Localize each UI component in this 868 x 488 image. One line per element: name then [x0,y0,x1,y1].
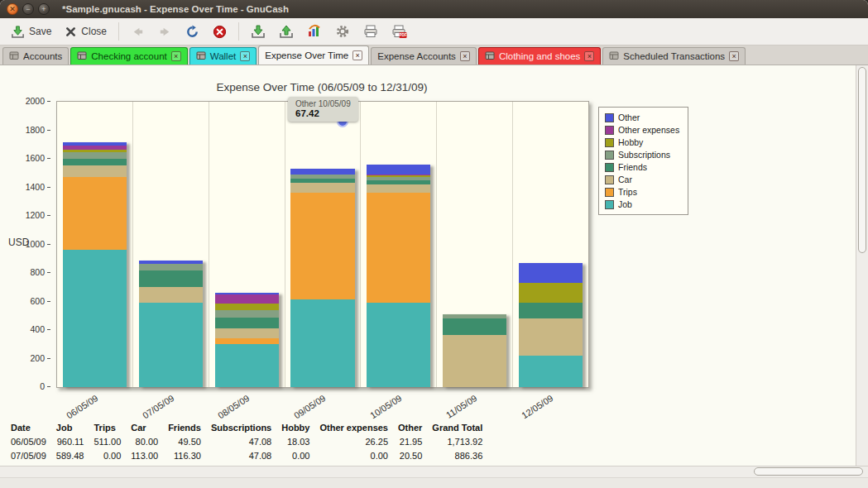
tab-label: Checking account [91,51,166,61]
bar-segment-job[interactable] [139,303,203,387]
bar-segment-trips[interactable] [215,338,279,345]
bar-segment-car[interactable] [519,318,583,356]
vertical-scrollbar-thumb[interactable] [858,67,866,253]
cell-value: 18.03 [279,435,317,449]
tab-accounts[interactable]: Accounts [2,47,69,65]
close-button-label: Close [81,26,107,37]
legend-label: Job [618,199,632,209]
legend-label: Subscriptions [618,150,670,160]
bar-segment-hobby[interactable] [215,304,279,311]
export-pdf-button[interactable]: PDF [386,22,413,41]
svg-text:PDF: PDF [399,33,406,37]
cell-value: 0.00 [317,449,396,463]
cell-value: 511.00 [91,435,128,449]
cell-date: 07/05/09 [8,449,54,463]
tab-close-icon[interactable]: × [240,51,250,61]
report-view: Expense Over Time (06/05/09 to 12/31/09)… [0,65,868,466]
stacked-bar-07/05/09[interactable] [139,261,203,387]
horizontal-scrollbar-thumb[interactable] [754,467,863,476]
y-tick-label: 400 [0,324,51,334]
scheduled-icon [609,50,619,62]
bar-segment-friends[interactable] [63,159,127,166]
reload-button[interactable] [180,22,205,41]
back-button[interactable] [125,22,151,41]
tab-expense-accounts[interactable]: Expense Accounts × [371,47,477,65]
table-header: Grand Total [429,421,490,435]
stacked-bar-09/05/09[interactable] [290,169,354,387]
stacked-bar-08/05/09[interactable] [215,293,279,387]
tab-close-icon[interactable]: × [352,50,362,60]
vertical-scrollbar[interactable] [856,65,868,466]
bar-segment-job[interactable] [290,299,354,387]
bar-segment-trips[interactable] [63,177,127,250]
legend-swatch [605,163,614,172]
bar-segment-car[interactable] [139,287,203,303]
bar-segment-job[interactable] [519,356,583,387]
stop-button[interactable] [207,22,233,41]
report-options-button[interactable] [301,22,328,41]
bar-segment-subscriptions[interactable] [63,152,127,159]
bar-segment-car[interactable] [290,183,354,192]
bar-slot [512,102,588,387]
tab-wallet[interactable]: Wallet × [189,47,257,65]
bar-segment-subscriptions[interactable] [215,310,279,317]
tab-close-icon[interactable]: × [584,51,594,61]
legend-item: Job [605,199,679,209]
stacked-bar-12/05/09[interactable] [519,263,583,387]
bar-segment-trips[interactable] [290,193,354,299]
options-button[interactable] [329,22,356,41]
window-maximize-button[interactable]: + [38,3,50,15]
bar-segment-other-expenses[interactable] [215,294,279,303]
bar-segment-friends[interactable] [215,318,279,329]
tab-close-icon[interactable]: × [729,51,739,61]
bar-segment-car[interactable] [367,184,430,193]
forward-button[interactable] [152,22,178,41]
gnucash-window: ✕ − + *Sample.gnucash - Expense Over Tim… [0,0,868,488]
legend-item: Car [605,175,679,184]
bar-segment-car[interactable] [215,328,279,337]
bar-segment-car[interactable] [443,335,506,387]
bar-segment-hobby[interactable] [519,283,583,303]
stacked-bar-10/05/09[interactable] [367,165,430,387]
tab-close-icon[interactable]: × [171,51,181,61]
tab-clothing-and-shoes[interactable]: Clothing and shoes × [478,47,601,65]
legend-label: Hobby [618,137,643,147]
bar-segment-job[interactable] [63,250,127,387]
bar-segment-subscriptions[interactable] [139,264,203,270]
print-button[interactable] [357,22,384,41]
bar-segment-job[interactable] [367,303,430,387]
cell-value: 1,713.92 [429,435,490,449]
x-tick-label: 09/05/09 [292,393,327,420]
bar-segment-other[interactable] [290,169,354,175]
bar-segment-other[interactable] [367,165,430,175]
bar-segment-other[interactable] [519,263,583,283]
window-minimize-button[interactable]: − [22,3,34,15]
window-close-button[interactable]: ✕ [7,3,18,15]
bar-segment-car[interactable] [63,165,127,177]
horizontal-scrollbar[interactable] [0,466,868,477]
x-tick-label: 10/05/09 [368,393,403,420]
cell-value: 26.25 [317,435,396,449]
bar-segment-friends[interactable] [443,318,506,335]
tab-expense-over-time[interactable]: Expense Over Time × [258,45,369,65]
cell-value: 0.00 [91,449,128,463]
status-bar [0,477,868,488]
export-button[interactable] [245,22,271,41]
legend-swatch [605,126,614,135]
bar-segment-friends[interactable] [519,303,583,318]
legend-label: Other expenses [618,125,679,135]
tab-scheduled-transactions[interactable]: Scheduled Transactions × [602,47,746,65]
save-report-button[interactable] [273,22,300,41]
tab-close-icon[interactable]: × [460,51,470,61]
stacked-bar-11/05/09[interactable] [443,314,506,387]
stacked-bar-06/05/09[interactable] [63,142,127,387]
tab-checking-account[interactable]: Checking account × [70,47,187,65]
bar-segment-trips[interactable] [367,193,430,303]
account-register-icon [485,50,495,62]
table-header: Other [396,421,429,435]
bar-segment-job[interactable] [215,344,279,387]
titlebar: ✕ − + *Sample.gnucash - Expense Over Tim… [0,0,868,18]
bar-segment-friends[interactable] [139,270,203,287]
close-report-button[interactable]: Close [59,23,113,41]
save-button[interactable]: Save [5,22,57,41]
